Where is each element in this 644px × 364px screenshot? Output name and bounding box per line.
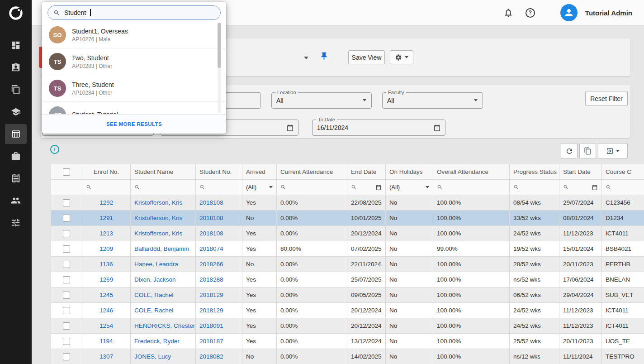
search-result-item[interactable]: ST Student, Tutorial: [42, 102, 226, 114]
faculty-filter-dropdown[interactable]: Faculty All: [382, 92, 483, 109]
sidebar-item-employment[interactable]: [5, 146, 27, 166]
global-search-input[interactable]: Student: [47, 5, 221, 20]
search-result-item[interactable]: TS Three, Student AP10284 | Other: [42, 75, 226, 102]
calendar-icon[interactable]: [592, 184, 598, 191]
student-name-link[interactable]: Frederick, Ryder: [134, 338, 180, 345]
pin-icon[interactable]: [319, 52, 329, 61]
search-icon[interactable]: [86, 184, 127, 190]
student-name-link[interactable]: HENDRICKS, Chester: [134, 322, 195, 329]
student-name-link[interactable]: Ballarddd, Benjamin: [134, 245, 189, 252]
table-row[interactable]: 1291 Kristofferson, Kris 2018108 No 0.00…: [51, 211, 644, 226]
scrollbar-thumb[interactable]: [218, 23, 221, 68]
table-row[interactable]: 1209 Ballarddd, Benjamin 2018074 Yes 80.…: [51, 241, 644, 257]
enrol-no-link[interactable]: 1292: [99, 199, 113, 206]
row-checkbox[interactable]: [63, 261, 70, 268]
table-row[interactable]: 1269 Dixon, Jackson 2018288 Yes 0.00% 25…: [51, 272, 644, 287]
avatar[interactable]: [560, 4, 578, 21]
table-row[interactable]: 1246 COLE, Rachel 2018129 Yes 0.00% 20/1…: [51, 303, 644, 318]
student-name-link[interactable]: Hanee, Leandra: [134, 261, 178, 268]
sidebar-item-contacts[interactable]: [5, 57, 27, 77]
student-no-link[interactable]: 2018082: [199, 353, 223, 360]
calendar-icon[interactable]: [433, 124, 441, 132]
student-no-link[interactable]: 2018288: [199, 276, 223, 283]
row-checkbox[interactable]: [63, 215, 70, 222]
search-icon[interactable]: [134, 184, 192, 190]
select-all-checkbox[interactable]: [63, 168, 70, 176]
start-date-filter[interactable]: [559, 180, 602, 195]
table-row[interactable]: 1136 Hanee, Leandra 2018266 No 0.00% 22/…: [51, 257, 644, 272]
col-progress-status[interactable]: Progress Status: [510, 164, 559, 180]
row-checkbox[interactable]: [63, 230, 70, 237]
col-arrived[interactable]: Arrived: [242, 164, 277, 180]
row-checkbox[interactable]: [63, 276, 70, 283]
results-scrollbar[interactable]: [218, 23, 221, 113]
end-date-filter[interactable]: [347, 180, 386, 195]
student-no-link[interactable]: 2018074: [199, 245, 223, 252]
view-selector-dropdown[interactable]: [231, 50, 311, 66]
enrol-no-link[interactable]: 1136: [99, 261, 113, 268]
table-row[interactable]: 1245 COLE, Rachel 2018129 Yes 0.00% 09/0…: [51, 287, 644, 303]
student-no-link[interactable]: 2018187: [199, 338, 223, 345]
student-name-link[interactable]: Kristofferson, Kris: [134, 215, 182, 221]
student-name-link[interactable]: COLE, Rachel: [134, 292, 173, 298]
sidebar-item-documents[interactable]: [5, 80, 27, 100]
view-settings-button[interactable]: [390, 50, 413, 64]
row-checkbox[interactable]: [63, 322, 70, 330]
student-name-link[interactable]: Kristofferson, Kris: [134, 230, 182, 237]
see-more-results-link[interactable]: SEE MORE RESULTS: [42, 114, 226, 134]
col-enrol-no[interactable]: Enrol No.: [82, 164, 131, 180]
copy-button[interactable]: [579, 143, 596, 159]
search-icon[interactable]: [351, 184, 357, 190]
sidebar-item-settings[interactable]: [5, 213, 27, 233]
app-logo[interactable]: [0, 0, 32, 26]
student-no-link[interactable]: 2018266: [199, 261, 223, 268]
calendar-icon[interactable]: [286, 124, 294, 132]
save-view-button[interactable]: Save View: [348, 50, 385, 64]
col-end-date[interactable]: End Date: [347, 164, 386, 180]
col-current-attendance[interactable]: Current Attendance: [277, 164, 347, 180]
search-icon[interactable]: [606, 184, 644, 190]
search-result-item[interactable]: TS Two, Student AP10283 | Other: [42, 48, 226, 75]
col-course[interactable]: Course C: [602, 164, 644, 180]
reset-filter-button[interactable]: Reset Filter: [585, 91, 628, 106]
to-date-field[interactable]: To Date 16/11/2024: [312, 120, 445, 136]
on-holidays-filter-dropdown[interactable]: (All): [386, 180, 433, 195]
student-no-link[interactable]: 2018108: [199, 230, 223, 237]
enrol-no-link[interactable]: 1209: [99, 245, 113, 252]
enrol-no-link[interactable]: 1307: [99, 353, 113, 360]
notifications-bell-icon[interactable]: [503, 8, 513, 18]
refresh-button[interactable]: [561, 143, 578, 159]
student-no-link[interactable]: 2018091: [199, 322, 223, 329]
enrol-no-link[interactable]: 1254: [99, 322, 113, 329]
col-student-name[interactable]: Student Name: [131, 164, 196, 180]
row-checkbox[interactable]: [63, 338, 70, 345]
search-icon[interactable]: [513, 184, 555, 190]
info-icon[interactable]: [50, 145, 59, 154]
sidebar-item-attendance[interactable]: [5, 124, 27, 144]
help-icon[interactable]: ?: [526, 8, 535, 18]
enrol-no-link[interactable]: 1246: [99, 307, 113, 314]
row-checkbox[interactable]: [63, 292, 70, 299]
search-icon[interactable]: [563, 184, 569, 190]
enrol-no-link[interactable]: 1269: [99, 276, 113, 283]
location-filter-dropdown[interactable]: Location All: [271, 92, 372, 109]
row-checkbox[interactable]: [63, 307, 70, 314]
table-row[interactable]: 1307 JONES, Lucy 2018082 No 0.00% 14/02/…: [51, 349, 644, 364]
export-button[interactable]: [598, 143, 628, 159]
table-row[interactable]: 1194 Frederick, Ryder 2018187 Yes 0.00% …: [51, 334, 644, 349]
row-checkbox[interactable]: [63, 245, 70, 253]
student-no-link[interactable]: 2018108: [199, 199, 223, 206]
col-start-date[interactable]: Start Date: [559, 164, 602, 180]
table-row[interactable]: 1213 Kristofferson, Kris 2018108 Yes 0.0…: [51, 226, 644, 241]
sidebar-item-invoices[interactable]: [5, 168, 27, 188]
table-row[interactable]: 1254 HENDRICKS, Chester 2018091 Yes 0.00…: [51, 318, 644, 334]
col-on-holidays[interactable]: On Holidays: [386, 164, 433, 180]
student-name-link[interactable]: Kristofferson, Kris: [134, 199, 182, 206]
search-icon[interactable]: [199, 184, 238, 190]
sidebar-item-dashboard[interactable]: [5, 35, 27, 55]
row-checkbox[interactable]: [63, 353, 70, 360]
search-icon[interactable]: [437, 184, 506, 190]
table-row[interactable]: 1292 Kristofferson, Kris 2018108 Yes 0.0…: [51, 195, 644, 211]
sidebar-item-users[interactable]: [5, 191, 27, 211]
student-no-link[interactable]: 2018129: [199, 292, 223, 298]
